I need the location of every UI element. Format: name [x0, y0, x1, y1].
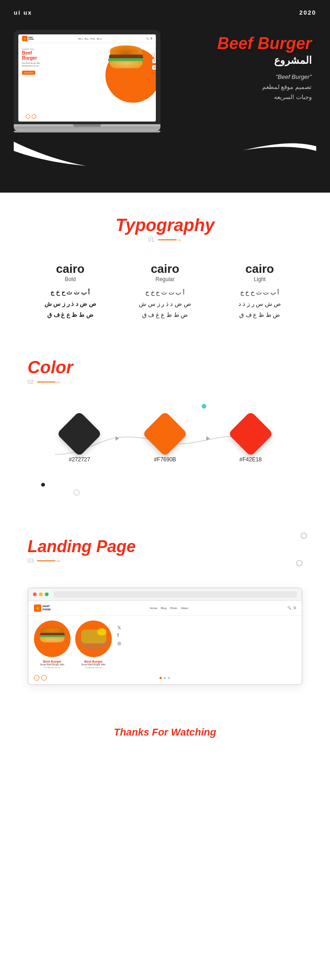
product-card-2: Beef Burger Roast Beef Burger With First…	[75, 620, 112, 669]
hero-content: 🍔 FASTFOOD Menu Blog Photo About	[14, 21, 316, 133]
font-name-light: cairo	[217, 262, 302, 276]
mini-logo-icon: 🍔	[34, 604, 41, 612]
nav-home[interactable]: Home	[150, 607, 157, 609]
carousel-dots	[160, 677, 170, 679]
product-name-1: Beef Burger	[34, 660, 71, 663]
nav-about[interactable]: About	[181, 607, 188, 609]
product-name-2: Beef Burger	[75, 660, 112, 663]
mini-logo-text: FASTFOOD	[28, 37, 34, 40]
mini-cta-btn[interactable]: Order Now	[22, 71, 35, 75]
hero-title-arabic: المشروع	[170, 55, 312, 66]
next-btn[interactable]: ›	[41, 675, 47, 681]
typography-section: Typography 01 cairo Bold أ ب ت ث ح خ ج ص…	[0, 193, 330, 339]
mini-site-action-icons: 🔍 ☰	[287, 606, 296, 610]
landing-header: Landing Page 03	[28, 537, 302, 565]
hero-top-bar: ui ux 2020	[14, 9, 316, 16]
ff-lemon	[97, 628, 106, 636]
color-display-area: #272727 #F7690B #F42E18	[28, 404, 302, 496]
mini-products-row: Beef Burger Roast Beef Burger With First…	[28, 616, 117, 673]
brand-label: ui ux	[14, 9, 32, 16]
instagram-icon[interactable]: ◎	[117, 641, 121, 646]
mini-logo-icon: 🍔	[22, 36, 28, 41]
landing-section: Landing Page 03 🍔 FASTFOOD Home Blog	[0, 523, 330, 713]
typography-header: Typography 01	[28, 216, 302, 244]
landing-num: 03	[28, 558, 33, 564]
laptop-screen-outer: 🍔 FASTFOOD Menu Blog Photo About	[14, 30, 160, 124]
mini-hero-text: Delight Your BeefBurger Best Beef Burger…	[18, 43, 87, 116]
year-label: 2020	[299, 9, 316, 16]
product-circle-2	[75, 620, 112, 657]
mini-site-main: Beef Burger Roast Beef Burger With First…	[28, 616, 302, 673]
mini-nav-actions: 🔍 ☰	[146, 37, 152, 40]
twitter-icon[interactable]: 𝕏	[117, 625, 121, 630]
fried-food-image	[79, 627, 109, 650]
hero-section: ui ux 2020 🍔 FASTFOOD	[0, 0, 330, 193]
dot-3[interactable]	[168, 677, 170, 679]
font-chars-regular: أ ب ت ث ح خ ج ص ض د ذ ر ز س ش ض ط ظ ع غ …	[122, 287, 208, 321]
browser-dot-red	[33, 592, 37, 596]
product-sub-1: Roast Beef Burger With	[34, 663, 71, 666]
bun-top	[110, 45, 142, 55]
product-sub-2: Roast Beef Burger With	[75, 663, 112, 666]
thanks-section: Thanks For Watching	[0, 713, 330, 747]
color-title: Color	[28, 358, 73, 377]
browser-dot-yellow	[39, 592, 43, 596]
mini-site-preview: 🍔 FASTFOOD Menu Blog Photo About	[18, 34, 156, 122]
deco-circle-2	[296, 560, 302, 566]
search-icon[interactable]: 🔍	[287, 606, 292, 610]
outline-circle-deco	[73, 489, 80, 496]
laptop-base	[14, 124, 160, 131]
hero-desc-1: تصميم موقع لمطعم	[170, 82, 312, 92]
next-arrow[interactable]: ›	[32, 114, 36, 119]
mini-bun-bot	[40, 637, 65, 642]
browser-url-bar	[54, 591, 297, 598]
mini-social-icons: t f in	[152, 52, 156, 70]
laptop-device: 🍔 FASTFOOD Menu Blog Photo About	[14, 30, 160, 133]
instagram-mini-icon: in	[152, 65, 156, 70]
mini-nav-links: Menu Blog Photo About	[78, 38, 102, 40]
deco-circle-1	[301, 532, 307, 539]
hero-text: Beef Burger المشروع "Beef Burger" تصميم …	[170, 21, 316, 102]
hero-title-english: Beef Burger	[170, 34, 312, 53]
swatch-red-diamond	[228, 411, 273, 457]
laptop-mockup: 🍔 FASTFOOD Menu Blog Photo About	[14, 21, 170, 133]
black-dot	[41, 483, 45, 487]
swatch-red-label: #F42E18	[239, 456, 262, 463]
font-weight-bold: Bold	[28, 276, 113, 282]
font-name-bold: cairo	[28, 262, 113, 276]
hero-wave	[14, 142, 316, 178]
color-section: Color 02 #272727 #F7690B	[0, 339, 330, 523]
swatch-dark-diamond	[57, 411, 102, 457]
hero-desc-2: وجبات السريعه	[170, 92, 312, 102]
mini-hero-area: Delight Your BeefBurger Best Beef Burger…	[18, 43, 156, 116]
bun-bottom	[110, 61, 143, 68]
landing-title: Landing Page	[28, 537, 136, 556]
nav-photo[interactable]: Photo	[170, 607, 177, 609]
font-chars-bold: أ ب ت ث ح خ ج ص ض د ذ ر ز س ش ض ط ظ ع غ …	[28, 287, 113, 321]
typo-regular: cairo Regular أ ب ت ث ح خ ج ص ض د ذ ر ز …	[122, 262, 208, 321]
mini-site-nav: 🍔 FASTFOOD Home Blog Photo About 🔍 ☰	[28, 601, 302, 616]
mini-site-logo: 🍔 FASTFOOD	[34, 604, 50, 612]
hero-quote: "Beef Burger"	[170, 72, 312, 82]
mini-nav-arrows: ‹ ›	[34, 675, 47, 681]
browser-mockup: 🍔 FASTFOOD Home Blog Photo About 🔍 ☰	[28, 587, 302, 685]
prev-btn[interactable]: ‹	[34, 675, 39, 681]
mini-website: 🍔 FASTFOOD Home Blog Photo About 🔍 ☰	[28, 601, 302, 684]
browser-bar	[28, 588, 302, 601]
prev-arrow[interactable]: ‹	[26, 114, 30, 119]
swatch-dark-label: #272727	[69, 456, 90, 463]
laptop-foot	[14, 131, 160, 133]
mini-hero-desc: Best Beef Burger WithBeef And A Cola Can	[22, 62, 83, 67]
hero-subtitle: "Beef Burger" تصميم موقع لمطعم وجبات الس…	[170, 72, 312, 102]
mini-site-nav-links: Home Blog Photo About	[150, 607, 188, 609]
product-card-1: Beef Burger Roast Beef Burger With First…	[34, 620, 71, 669]
dot-2[interactable]	[164, 677, 166, 679]
swatch-orange: #F7690B	[149, 418, 181, 463]
font-weight-light: Light	[217, 276, 302, 282]
facebook-icon[interactable]: f	[117, 633, 121, 638]
menu-icon[interactable]: ☰	[293, 606, 296, 610]
nav-blog[interactable]: Blog	[161, 607, 166, 609]
dot-1[interactable]	[160, 677, 162, 679]
browser-dot-green	[45, 592, 49, 596]
thanks-text: Thanks For Watching	[0, 726, 330, 738]
